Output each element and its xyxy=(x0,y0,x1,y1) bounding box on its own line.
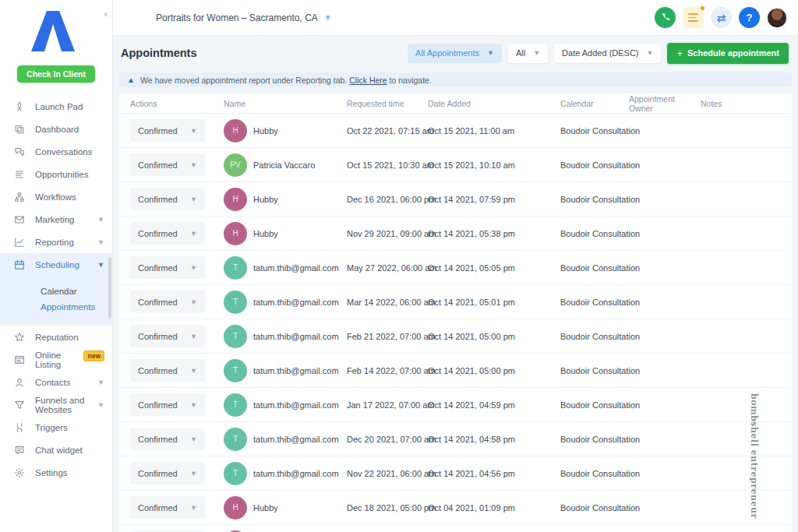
status-dropdown[interactable]: Confirmed▼ xyxy=(130,188,205,210)
sidebar-item-settings[interactable]: Settings xyxy=(0,461,112,484)
sidebar-scrollbar[interactable] xyxy=(108,257,111,318)
date-added: Oct 15 2021, 11:00 am xyxy=(428,126,560,136)
app-logo[interactable] xyxy=(0,0,112,51)
contact-name: tatum.thib@gmail.com xyxy=(253,263,339,273)
contact-name-cell[interactable]: Ttatum.thib@gmail.com xyxy=(224,291,347,314)
sidebar-collapse-icon[interactable]: ‹ xyxy=(104,8,108,19)
appointments-toolbar: Appointments All Appointments ▼ All ▼ Da… xyxy=(113,36,798,70)
sidebar-item-label: Opportunities xyxy=(35,170,88,179)
sidebar-item-label: Conversations xyxy=(35,147,93,157)
calendar-name: Boudoir Consultation xyxy=(560,229,629,238)
contact-name-cell[interactable]: Ttatum.thib@gmail.com xyxy=(224,428,347,451)
rocket-icon xyxy=(14,101,25,112)
help-icon[interactable]: ? xyxy=(739,7,760,28)
status-dropdown[interactable]: Confirmed▼ xyxy=(130,153,205,176)
phone-icon[interactable] xyxy=(655,7,676,28)
calendar-icon xyxy=(14,259,25,270)
table-row: Confirmed▼ Ttatum.thib@gmail.com Nov 22 … xyxy=(119,456,792,491)
reporting-icon xyxy=(14,237,25,248)
filter-all[interactable]: All ▼ xyxy=(508,44,548,63)
sidebar-item-label: Scheduling xyxy=(35,260,79,270)
marketing-icon xyxy=(14,214,25,225)
sidebar-item-label: Reporting xyxy=(35,238,74,247)
requested-time: May 27 2022, 06:00 am xyxy=(347,263,428,273)
status-dropdown[interactable]: Confirmed▼ xyxy=(130,393,205,416)
notification-dot xyxy=(700,5,705,11)
sidebar-item-reporting[interactable]: Reporting▼ xyxy=(0,231,112,253)
location-selector[interactable]: Portraits for Women – Sacramento, CA ▼ xyxy=(156,12,332,23)
contact-name-cell[interactable]: HHubby xyxy=(224,496,347,520)
sidebar-item-dashboard[interactable]: Dashboard xyxy=(0,118,112,140)
triggers-icon xyxy=(14,422,25,433)
contact-name-cell[interactable]: HHubby xyxy=(224,222,347,245)
banner-text: We have moved appointment report under R… xyxy=(140,76,432,85)
column-header: Appointment Owner xyxy=(629,94,701,113)
date-added: Oct 14 2021, 05:05 pm xyxy=(428,263,560,273)
column-header: Notes xyxy=(701,99,792,108)
requested-time: Nov 22 2021, 06:00 am xyxy=(347,469,428,478)
sidebar-item-label: Workflows xyxy=(35,192,76,202)
sidebar-item-triggers[interactable]: Triggers xyxy=(0,416,112,439)
table-row: Confirmed▼ Ttatum.thib@gmail.com Jan 17 … xyxy=(119,388,792,422)
chevron-down-icon: ▼ xyxy=(97,261,104,269)
chevron-down-icon: ▼ xyxy=(190,435,197,443)
table-row: Confirmed▼ HHubby Nov 29 2021, 09:00 am … xyxy=(119,217,792,251)
contact-name-cell[interactable]: Ttatum.thib@gmail.com xyxy=(224,462,347,485)
date-added: Oct 14 2021, 05:01 pm xyxy=(428,298,560,307)
contact-name-cell[interactable]: PVPatricia Vaccaro xyxy=(224,153,347,177)
sidebar-item-chat-widget[interactable]: Chat widget xyxy=(0,439,112,461)
date-added: Oct 14 2021, 04:56 pm xyxy=(428,469,560,478)
date-added: Oct 14 2021, 05:00 pm xyxy=(428,332,560,341)
status-dropdown[interactable]: Confirmed▼ xyxy=(130,462,205,484)
contact-name-cell[interactable]: HHubby xyxy=(224,119,347,143)
sidebar-item-contacts[interactable]: Contacts▼ xyxy=(0,371,112,393)
sidebar-item-scheduling[interactable]: Scheduling▼ xyxy=(0,253,112,276)
requested-time: Mar 14 2022, 06:00 am xyxy=(347,298,428,307)
status-dropdown[interactable]: Confirmed▼ xyxy=(130,256,205,279)
status-dropdown[interactable]: Confirmed▼ xyxy=(130,428,205,450)
filter-all-appointments[interactable]: All Appointments ▼ xyxy=(408,44,502,63)
contact-name-cell[interactable]: Ttatum.thib@gmail.com xyxy=(224,359,347,382)
calendar-name: Boudoir Consultation xyxy=(560,400,629,410)
sidebar-item-reputation[interactable]: Reputation xyxy=(0,326,112,348)
tasks-icon[interactable] xyxy=(683,7,704,28)
sort-date-added[interactable]: Date Added (DESC) ▼ xyxy=(554,44,661,63)
status-dropdown[interactable]: Confirmed▼ xyxy=(130,222,205,245)
chevron-down-icon: ▼ xyxy=(487,49,494,57)
check-in-client-button[interactable]: Check In Client xyxy=(17,65,95,83)
swap-accounts-icon[interactable]: ⇄ xyxy=(711,7,732,28)
status-dropdown[interactable]: Confirmed▼ xyxy=(130,119,205,142)
status-dropdown[interactable]: Confirmed▼ xyxy=(130,325,205,347)
status-dropdown[interactable]: Confirmed▼ xyxy=(130,496,205,519)
user-avatar[interactable] xyxy=(767,8,787,28)
sidebar-subitem-appointments[interactable]: Appointments xyxy=(41,299,112,315)
sidebar-item-opportunities[interactable]: Opportunities xyxy=(0,163,112,185)
schedule-appointment-button[interactable]: + Schedule appointment xyxy=(667,43,789,64)
calendar-name: Boudoir Consultation xyxy=(560,503,629,513)
watermark-text: bombshell entrepreneur xyxy=(749,393,759,519)
avatar: T xyxy=(224,428,247,451)
status-dropdown[interactable]: Confirmed▼ xyxy=(130,291,205,313)
avatar: T xyxy=(224,462,247,485)
sidebar-item-online-listing[interactable]: Online Listingnew xyxy=(0,348,112,371)
contact-name-cell[interactable]: Ttatum.thib@gmail.com xyxy=(224,325,347,348)
sidebar-item-launch-pad[interactable]: Launch Pad xyxy=(0,95,112,118)
table-row: Confirmed▼ HHubby Oct 22 2021, 07:15 am … xyxy=(119,114,792,148)
listing-icon xyxy=(14,354,25,365)
sidebar-item-conversations[interactable]: Conversations xyxy=(0,140,112,163)
avatar: T xyxy=(224,359,247,382)
contacts-icon xyxy=(14,377,25,388)
contact-name: tatum.thib@gmail.com xyxy=(253,332,339,341)
sidebar-item-marketing[interactable]: Marketing▼ xyxy=(0,208,112,231)
contact-name-cell[interactable]: Ttatum.thib@gmail.com xyxy=(224,256,347,280)
sidebar-item-workflows[interactable]: Workflows xyxy=(0,185,112,208)
contact-name-cell[interactable]: HHubby xyxy=(224,188,347,211)
banner-click-here-link[interactable]: Click Here xyxy=(349,76,387,85)
requested-time: Jan 17 2022, 07:00 am xyxy=(347,400,428,410)
status-dropdown[interactable]: Confirmed▼ xyxy=(130,359,205,382)
sidebar-subitem-calendar[interactable]: Calendar xyxy=(41,284,112,299)
contact-name-cell[interactable]: Ttatum.thib@gmail.com xyxy=(224,393,347,417)
avatar: PV xyxy=(224,153,247,177)
sidebar-item-funnels-and-websites[interactable]: Funnels and Websites▼ xyxy=(0,393,112,416)
chevron-down-icon: ▼ xyxy=(97,216,104,224)
